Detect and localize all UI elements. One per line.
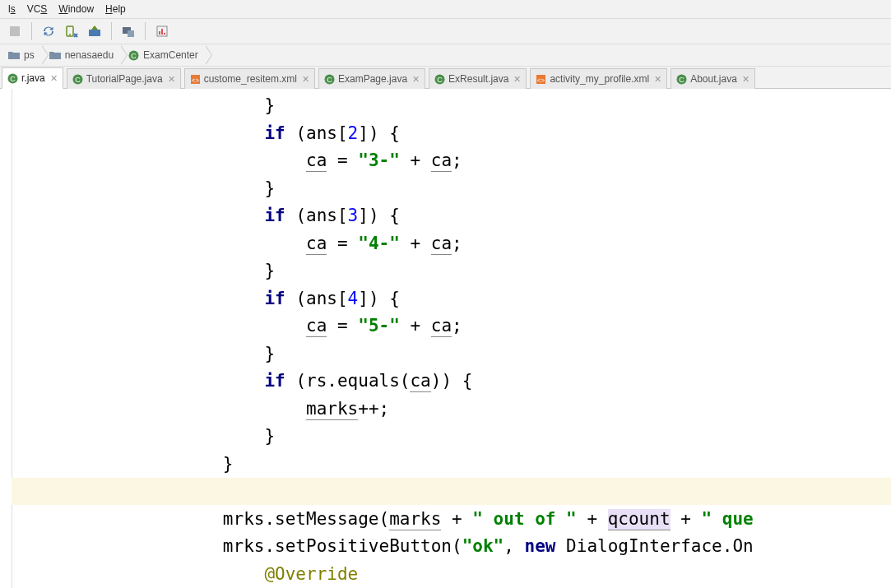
code-line: } [15, 175, 891, 203]
avd-manager-icon[interactable] [62, 21, 81, 41]
close-icon[interactable]: ✕ [654, 74, 661, 85]
sdk-manager-icon[interactable] [85, 21, 104, 41]
xml-icon: <> [536, 74, 546, 85]
file-tab[interactable]: CExamPage.java✕ [318, 68, 425, 89]
file-tab-label: custome_resitem.xml [204, 73, 297, 85]
code-area[interactable]: } if (ans[2]) { ca = "3-" + ca; } if (an… [0, 89, 891, 588]
separator-icon [31, 22, 32, 40]
code-line: marks++; [15, 396, 891, 424]
svg-point-2 [69, 34, 71, 35]
code-line: if (ans[3]) { [15, 202, 891, 230]
svg-text:C: C [10, 75, 16, 83]
svg-text:C: C [131, 52, 137, 60]
file-tab[interactable]: CExResult.java✕ [429, 68, 527, 89]
breadcrumb-item[interactable]: nenasaedu [41, 45, 120, 65]
close-icon[interactable]: ✕ [302, 74, 309, 85]
toolbar [0, 19, 891, 44]
folder-icon [8, 50, 20, 60]
separator-icon [111, 22, 112, 40]
file-tab[interactable]: CAbout.java✕ [671, 68, 755, 89]
svg-rect-9 [164, 33, 165, 35]
breadcrumb-label: nenasaedu [65, 49, 114, 61]
class-icon: C [72, 74, 83, 85]
close-icon[interactable]: ✕ [412, 74, 420, 85]
code-line: } [15, 451, 891, 479]
breadcrumb-label: ps [24, 49, 35, 61]
svg-rect-5 [128, 30, 134, 37]
device-file-explorer-icon[interactable] [118, 21, 138, 41]
class-icon: C [128, 50, 139, 61]
sync-icon[interactable] [39, 21, 58, 41]
file-tabs: Cr.java✕CTutorialPage.java✕<>custome_res… [0, 67, 891, 89]
breadcrumb-item[interactable]: ps [0, 45, 41, 65]
profiler-icon[interactable] [152, 21, 172, 41]
menu-item-help[interactable]: Help [100, 2, 131, 16]
svg-text:<>: <> [537, 76, 545, 84]
code-line: ca = "5-" + ca; [15, 313, 891, 340]
file-tab-label: ExResult.java [448, 73, 508, 85]
code-line: if (rs.equals(ca)) { [15, 368, 891, 396]
file-tab[interactable]: <>custome_resitem.xml✕ [184, 68, 315, 89]
svg-text:C: C [75, 76, 81, 84]
code-line: ca = "4-" + ca; [15, 230, 891, 258]
close-icon[interactable]: ✕ [513, 74, 521, 85]
code-editor[interactable]: } if (ans[2]) { ca = "3-" + ca; } if (an… [0, 89, 891, 588]
code-line: } [15, 257, 891, 285]
close-icon[interactable]: ✕ [50, 73, 58, 84]
svg-text:C: C [327, 76, 332, 84]
file-tab-label: ExamPage.java [338, 73, 407, 85]
class-icon: C [676, 74, 687, 85]
code-line: } [15, 340, 891, 368]
file-tab-label: About.java [690, 73, 737, 85]
file-tab[interactable]: Cr.java✕ [2, 67, 63, 89]
menu-bar: lsVCSWindowHelp [0, 0, 891, 19]
menu-item-ls[interactable]: ls [3, 2, 21, 16]
svg-text:C: C [679, 76, 684, 84]
folder-icon [49, 50, 61, 60]
gutter [0, 89, 12, 588]
code-line: @Override [15, 561, 891, 589]
close-icon[interactable]: ✕ [742, 74, 749, 85]
svg-text:<>: <> [191, 76, 199, 84]
svg-rect-3 [89, 30, 100, 36]
svg-rect-0 [10, 26, 20, 36]
svg-rect-8 [161, 29, 163, 35]
file-tab[interactable]: <>activity_my_profile.xml✕ [530, 68, 667, 89]
breadcrumb-label: ExamCenter [143, 49, 198, 61]
close-icon[interactable]: ✕ [168, 74, 175, 85]
code-line: mrks.setMessage(marks + " out of " + qco… [15, 506, 891, 534]
class-icon: C [324, 74, 335, 85]
code-line: } [15, 92, 891, 120]
file-tab[interactable]: CTutorialPage.java✕ [67, 68, 181, 89]
stop-icon[interactable] [5, 21, 25, 41]
svg-text:C: C [437, 76, 443, 84]
breadcrumb: psnenasaeduCExamCenter [0, 44, 891, 67]
xml-icon: <> [190, 74, 201, 85]
code-line: ca = "3-" + ca; [15, 147, 891, 175]
code-line: if (ans[4]) { [15, 285, 891, 313]
code-line: if (ans[2]) { [15, 120, 891, 148]
code-line: mrks.setPositiveButton("ok", new DialogI… [15, 533, 891, 561]
class-icon: C [7, 73, 18, 84]
svg-rect-7 [159, 31, 160, 35]
code-line: } [15, 423, 891, 451]
menu-item-vcs[interactable]: VCS [22, 2, 53, 16]
breadcrumb-item[interactable]: CExamCenter [120, 45, 205, 65]
class-icon: C [434, 74, 445, 85]
menu-item-window[interactable]: Window [53, 2, 99, 16]
file-tab-label: r.java [21, 72, 45, 84]
separator-icon [145, 22, 146, 40]
file-tab-label: activity_my_profile.xml [550, 73, 649, 85]
file-tab-label: TutorialPage.java [86, 73, 163, 85]
